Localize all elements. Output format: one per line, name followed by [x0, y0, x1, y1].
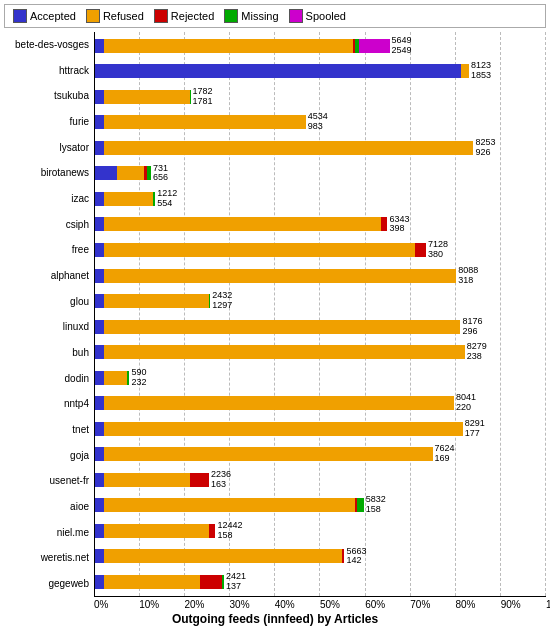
bar-segment-refused — [104, 524, 209, 538]
legend-box-accepted — [13, 9, 27, 23]
y-label-free: free — [4, 245, 92, 255]
bar-segment-rejected — [190, 473, 209, 487]
bar-row-gegeweb: 2421137 — [95, 573, 546, 591]
bar-segment-spooled — [359, 39, 389, 53]
y-label-usenet-fr: usenet-fr — [4, 476, 92, 486]
y-label-dodin: dodin — [4, 374, 92, 384]
bar-label-goja: 7624169 — [435, 444, 455, 464]
legend-item-accepted: Accepted — [13, 9, 76, 23]
bar-label-gegeweb: 2421137 — [226, 572, 246, 592]
y-label-linuxd: linuxd — [4, 322, 92, 332]
chart-area: bete-des-vosgeshttracktsukubafurielysato… — [4, 32, 546, 597]
y-label-httrack: httrack — [4, 66, 92, 76]
bar-segment-rejected — [381, 217, 387, 231]
bar-segment-missing — [147, 166, 151, 180]
bar-segment-accepted — [95, 269, 104, 283]
bar-segment-accepted — [95, 64, 461, 78]
bar-row-tnet: 8291177 — [95, 420, 546, 438]
bar-row-buh: 8279238 — [95, 343, 546, 361]
legend-item-rejected: Rejected — [154, 9, 214, 23]
y-label-furie: furie — [4, 117, 92, 127]
bar-label-glou: 24321297 — [212, 291, 232, 311]
bar-row-csiph: 6343398 — [95, 215, 546, 233]
bar-segment-accepted — [95, 243, 104, 257]
bars-section: 5649254981231853178217814534983825392673… — [94, 32, 546, 597]
bar-segment-refused — [104, 447, 433, 461]
bar-segment-refused — [104, 345, 465, 359]
y-label-glou: glou — [4, 297, 92, 307]
legend-box-rejected — [154, 9, 168, 23]
bar-segment-rejected — [200, 575, 222, 589]
bar-row-linuxd: 8176296 — [95, 318, 546, 336]
bar-segment-accepted — [95, 192, 104, 206]
y-label-gegeweb: gegeweb — [4, 579, 92, 589]
bars-wrapper: 5649254981231853178217814534983825392673… — [95, 32, 546, 596]
bar-segment-refused — [104, 243, 416, 257]
bar-segment-refused — [104, 115, 306, 129]
bar-label-csiph: 6343398 — [389, 215, 409, 235]
bar-segment-missing — [127, 371, 129, 385]
bar-segment-refused — [104, 498, 356, 512]
bar-segment-rejected — [415, 243, 426, 257]
bar-segment-refused — [104, 294, 209, 308]
bar-row-nntp4: 8041220 — [95, 394, 546, 412]
bar-segment-refused — [104, 396, 454, 410]
y-labels: bete-des-vosgeshttracktsukubafurielysato… — [4, 32, 94, 597]
bar-segment-refused — [104, 192, 153, 206]
y-label-buh: buh — [4, 348, 92, 358]
legend-box-missing — [224, 9, 238, 23]
bar-row-niel.me: 12442158 — [95, 522, 546, 540]
legend-label-rejected: Rejected — [171, 10, 214, 22]
bar-segment-accepted — [95, 90, 104, 104]
bar-segment-accepted — [95, 524, 104, 538]
bar-segment-refused — [104, 422, 463, 436]
legend-item-spooled: Spooled — [289, 9, 346, 23]
bar-row-alphanet: 8088318 — [95, 267, 546, 285]
bar-segment-accepted — [95, 447, 104, 461]
y-label-tsukuba: tsukuba — [4, 91, 92, 101]
bar-segment-accepted — [95, 371, 104, 385]
legend-item-refused: Refused — [86, 9, 144, 23]
y-label-izac: izac — [4, 194, 92, 204]
bar-segment-refused — [104, 39, 353, 53]
bar-label-linuxd: 8176296 — [462, 317, 482, 337]
bar-label-niel.me: 12442158 — [217, 521, 242, 541]
bar-label-usenet-fr: 2236163 — [211, 470, 231, 490]
bar-row-glou: 24321297 — [95, 292, 546, 310]
y-label-bete-des-vosges: bete-des-vosges — [4, 40, 92, 50]
y-label-tnet: tnet — [4, 425, 92, 435]
bar-label-furie: 4534983 — [308, 112, 328, 132]
bar-row-lysator: 8253926 — [95, 139, 546, 157]
legend-label-spooled: Spooled — [306, 10, 346, 22]
bar-segment-accepted — [95, 575, 104, 589]
bar-row-free: 7128380 — [95, 241, 546, 259]
bar-segment-missing — [190, 90, 191, 104]
bar-segment-missing — [153, 192, 155, 206]
bar-row-httrack: 81231853 — [95, 62, 546, 80]
chart-container: AcceptedRefusedRejectedMissingSpooled be… — [0, 0, 550, 630]
bar-segment-accepted — [95, 141, 104, 155]
bar-segment-missing — [209, 294, 210, 308]
bar-label-tsukuba: 17821781 — [192, 87, 212, 107]
y-label-lysator: lysator — [4, 143, 92, 153]
bar-label-birotanews: 731656 — [153, 164, 168, 184]
bar-segment-refused — [104, 575, 201, 589]
legend-label-accepted: Accepted — [30, 10, 76, 22]
bar-row-furie: 4534983 — [95, 113, 546, 131]
bar-segment-refused — [104, 549, 343, 563]
legend: AcceptedRefusedRejectedMissingSpooled — [4, 4, 546, 28]
bar-segment-refused — [117, 166, 145, 180]
bar-segment-accepted — [95, 294, 104, 308]
bar-label-free: 7128380 — [428, 240, 448, 260]
bar-label-bete-des-vosges: 56492549 — [392, 36, 412, 56]
bar-label-weretis.net: 5663142 — [346, 547, 366, 567]
bar-segment-accepted — [95, 345, 104, 359]
bar-label-buh: 8279238 — [467, 342, 487, 362]
y-label-goja: goja — [4, 451, 92, 461]
legend-box-spooled — [289, 9, 303, 23]
x-axis-title: Outgoing feeds (innfeed) by Articles — [4, 612, 546, 626]
y-label-nntp4: nntp4 — [4, 399, 92, 409]
bar-label-alphanet: 8088318 — [458, 266, 478, 286]
bar-segment-refused — [104, 141, 474, 155]
bar-segment-missing — [357, 498, 363, 512]
